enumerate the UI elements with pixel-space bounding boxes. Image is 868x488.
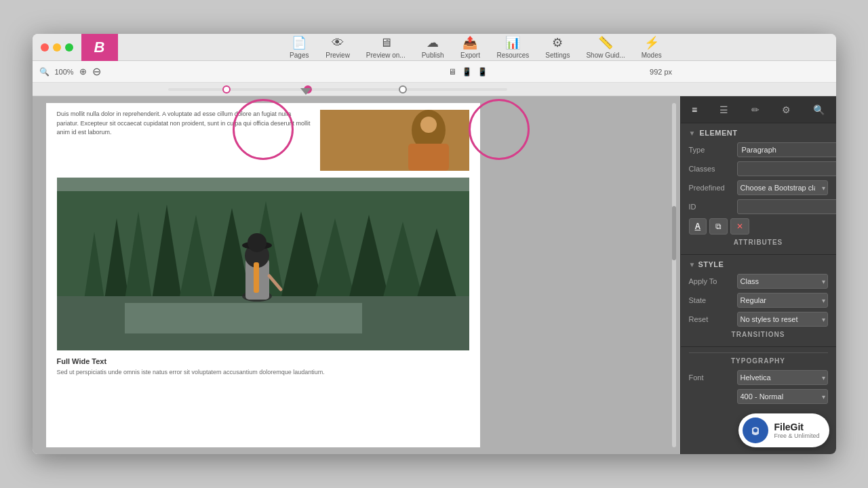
svg-point-24 bbox=[248, 233, 267, 252]
attributes-title: ATTRIBUTES bbox=[689, 239, 828, 246]
filegit-logo bbox=[743, 418, 768, 443]
svg-rect-2 bbox=[408, 144, 449, 171]
toolbar-modes-button[interactable]: ⚡ Modes bbox=[635, 34, 669, 62]
breakpoint-bar bbox=[33, 83, 836, 96]
body-text: Duis mollit nulla dolor in reprehenderit… bbox=[57, 110, 313, 138]
title-bar: B 📄 Pages 👁 Preview 🖥 Preview on... ☁ Pu… bbox=[33, 34, 836, 61]
page-canvas: Duis mollit nulla dolor in reprehenderit… bbox=[46, 103, 480, 447]
copy-element-button[interactable]: ⧉ bbox=[709, 218, 728, 235]
traffic-lights bbox=[41, 43, 73, 52]
export-icon: 📤 bbox=[462, 35, 477, 50]
state-row: State Regular bbox=[689, 293, 828, 308]
breakpoint-arrow bbox=[300, 88, 311, 95]
filegit-badge: FileGit Free & Unlimited bbox=[738, 413, 829, 447]
delete-element-button[interactable]: ✕ bbox=[730, 218, 749, 235]
forest-lady-image bbox=[57, 178, 469, 350]
svg-point-28 bbox=[753, 428, 757, 432]
tab-structure[interactable]: ≡ bbox=[688, 100, 701, 119]
canvas-width: 992 px bbox=[493, 68, 829, 76]
element-type-row: Type bbox=[689, 142, 828, 157]
svg-rect-26 bbox=[254, 262, 259, 293]
preview-icon: 👁 bbox=[332, 36, 344, 50]
zoom-minus-icon[interactable]: ⊖ bbox=[92, 65, 101, 78]
typography-title: TYPOGRAPHY bbox=[689, 352, 828, 365]
toolbar-pages-button[interactable]: 📄 Pages bbox=[282, 34, 316, 62]
state-select-wrap: Regular bbox=[737, 293, 828, 308]
filegit-sub: Free & Unlimited bbox=[774, 432, 819, 439]
svg-point-3 bbox=[420, 117, 437, 133]
style-section: ▼ Style Apply To Class State Reg bbox=[681, 255, 836, 347]
style-collapse-icon[interactable]: ▼ bbox=[689, 261, 696, 268]
element-classes-input[interactable] bbox=[737, 161, 836, 176]
reset-select-wrap: No styles to reset bbox=[737, 312, 828, 327]
apply-to-row: Apply To Class bbox=[689, 274, 828, 289]
main-window: B 📄 Pages 👁 Preview 🖥 Preview on... ☁ Pu… bbox=[33, 34, 836, 454]
tab-style-edit[interactable]: ✏ bbox=[747, 100, 764, 119]
font-select[interactable]: Helvetica bbox=[737, 370, 828, 385]
scroll-thumb[interactable] bbox=[672, 206, 676, 260]
apply-to-select-wrap: Class bbox=[737, 274, 828, 289]
close-button[interactable] bbox=[41, 43, 49, 52]
toolbar-show-guides-button[interactable]: 📏 Show Guid... bbox=[579, 34, 631, 62]
zoom-out-icon[interactable]: 🔍 bbox=[39, 67, 50, 77]
tablet-view-icon[interactable]: 📱 bbox=[462, 67, 472, 77]
canvas-area[interactable]: Duis mollit nulla dolor in reprehenderit… bbox=[33, 96, 680, 454]
element-classes-row: Classes bbox=[689, 161, 828, 176]
preview-on-icon: 🖥 bbox=[380, 36, 392, 50]
state-select[interactable]: Regular bbox=[737, 293, 828, 308]
element-collapse-icon[interactable]: ▼ bbox=[689, 129, 696, 137]
element-id-row: ID bbox=[689, 199, 828, 214]
full-wide-heading: Full Wide Text bbox=[57, 357, 469, 365]
jacket-lady-svg bbox=[320, 110, 469, 171]
toolbar-preview-button[interactable]: 👁 Preview bbox=[319, 34, 357, 62]
jacket-lady-image bbox=[320, 110, 469, 171]
element-type-input[interactable] bbox=[737, 142, 836, 157]
zoom-in-icon[interactable]: ⊕ bbox=[79, 66, 87, 77]
tab-layers[interactable]: ☰ bbox=[715, 100, 732, 119]
forest-lady-svg bbox=[57, 178, 469, 350]
transitions-title: TRANSITIONS bbox=[689, 331, 828, 338]
font-weight-select-wrap: 400 - Normal bbox=[737, 389, 828, 404]
tab-panel-settings[interactable]: ⚙ bbox=[778, 100, 795, 119]
toolbar-resources-button[interactable]: 📊 Resources bbox=[490, 34, 536, 62]
desktop-view-icon[interactable]: 🖥 bbox=[448, 67, 456, 77]
right-panel: ≡ ☰ ✏ ⚙ 🔍 ▼ Element Type Classes bbox=[680, 96, 836, 454]
resources-icon: 📊 bbox=[505, 35, 520, 50]
typography-section: TYPOGRAPHY Font Helvetica 400 - Normal bbox=[681, 347, 836, 413]
panel-tabs: ≡ ☰ ✏ ⚙ 🔍 bbox=[681, 96, 836, 123]
maximize-button[interactable] bbox=[65, 43, 73, 52]
apply-to-select[interactable]: Class bbox=[737, 274, 828, 289]
breakpoint-handle-1[interactable] bbox=[222, 85, 231, 94]
predefined-select[interactable]: Choose a Bootstrap class bbox=[737, 180, 828, 195]
toolbar: 📄 Pages 👁 Preview 🖥 Preview on... ☁ Publ… bbox=[123, 34, 828, 62]
modes-icon: ⚡ bbox=[644, 35, 659, 50]
toolbar-export-button[interactable]: 📤 Export bbox=[453, 34, 487, 62]
font-select-wrap: Helvetica bbox=[737, 370, 828, 385]
style-section-header: ▼ Style bbox=[689, 260, 828, 268]
canvas-container: Duis mollit nulla dolor in reprehenderit… bbox=[33, 96, 680, 454]
element-id-input[interactable] bbox=[737, 199, 836, 214]
mobile-view-icon[interactable]: 📱 bbox=[477, 67, 488, 77]
font-row: Font Helvetica bbox=[689, 370, 828, 385]
predefined-select-wrap: Choose a Bootstrap class bbox=[737, 180, 828, 195]
element-predefined-row: Predefined Choose a Bootstrap class bbox=[689, 180, 828, 195]
toolbar-settings-button[interactable]: ⚙ Settings bbox=[538, 34, 576, 62]
scroll-track[interactable] bbox=[672, 103, 676, 447]
toolbar-publish-button[interactable]: ☁ Publish bbox=[415, 34, 451, 62]
show-guides-icon: 📏 bbox=[598, 35, 613, 50]
svg-rect-19 bbox=[125, 303, 362, 333]
reset-select[interactable]: No styles to reset bbox=[737, 312, 828, 327]
page-content: Duis mollit nulla dolor in reprehenderit… bbox=[46, 103, 480, 384]
tab-search[interactable]: 🔍 bbox=[809, 100, 829, 119]
element-section: ▼ Element Type Classes Predefined Choose… bbox=[681, 123, 836, 255]
filegit-text: FileGit Free & Unlimited bbox=[774, 422, 819, 439]
breakpoint-handle-3[interactable] bbox=[399, 85, 407, 94]
text-format-button[interactable]: A bbox=[689, 218, 707, 235]
zoom-bar: 🔍 100% ⊕ ⊖ 🖥 📱 📱 992 px bbox=[33, 61, 836, 83]
minimize-button[interactable] bbox=[53, 43, 61, 52]
element-btn-row: A ⧉ ✕ bbox=[689, 218, 828, 235]
font-weight-select[interactable]: 400 - Normal bbox=[737, 389, 828, 404]
element-section-header: ▼ Element bbox=[689, 129, 828, 137]
main-area: Duis mollit nulla dolor in reprehenderit… bbox=[33, 96, 836, 454]
toolbar-preview-on-button[interactable]: 🖥 Preview on... bbox=[359, 34, 412, 62]
